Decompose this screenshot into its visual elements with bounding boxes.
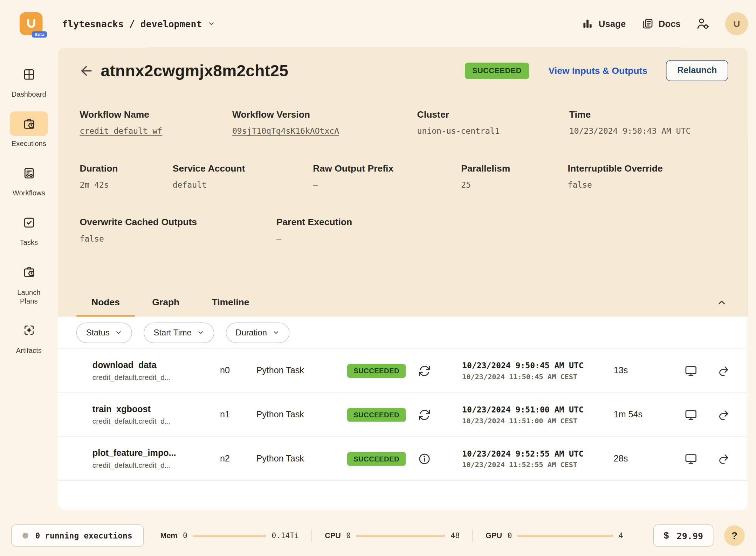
tab-bar: Nodes Graph Timeline (58, 289, 748, 317)
topbar-actions: Usage Docs U (582, 12, 748, 35)
node-time-cell: 10/23/2024 9:51:00 AM UTC 10/23/2024 11:… (462, 405, 614, 424)
node-type: Python Task (256, 410, 347, 420)
monitor-icon[interactable] (685, 364, 697, 377)
avatar[interactable]: U (725, 12, 748, 35)
node-time-local: 10/23/2024 11:51:00 AM CEST (462, 417, 614, 424)
node-time-utc: 10/23/2024 9:52:55 AM UTC (462, 449, 614, 458)
sidebar-item-workflows[interactable]: Workflows (10, 161, 48, 198)
filter-start-time[interactable]: Start Time (144, 322, 214, 343)
redo-icon[interactable] (717, 364, 730, 377)
detail-label: Duration (80, 163, 173, 174)
workflows-icon (10, 161, 48, 186)
chevron-up-icon[interactable] (716, 297, 727, 308)
docs-button[interactable]: Docs (641, 18, 681, 30)
mem-min: 0 (183, 531, 187, 540)
back-arrow-icon[interactable] (79, 63, 94, 78)
sidebar-item-dashboard[interactable]: Dashboard (10, 62, 48, 99)
gpu-max: 4 (619, 531, 623, 540)
nodes-panel: Status Start Time Duration download_data… (58, 317, 748, 481)
divider (472, 529, 473, 542)
detail-value: – (276, 234, 352, 244)
workflow-name-link[interactable]: credit_default_wf (80, 127, 232, 136)
monitor-icon[interactable] (685, 408, 697, 421)
node-time-utc: 10/23/2024 9:50:45 AM UTC (462, 361, 614, 370)
node-name-cell[interactable]: plot_feature_impo... credit_default.cred… (92, 448, 220, 469)
redo-icon[interactable] (717, 408, 730, 421)
user-gear-icon (696, 17, 710, 30)
workflow-version-link[interactable]: 09sjT10qTq4sK16kAOtxcA (232, 127, 417, 136)
node-name-cell[interactable]: train_xgboost credit_default.credit_d... (92, 404, 220, 425)
node-id: n1 (220, 410, 256, 420)
sidebar-label: Executions (12, 139, 46, 148)
tab-graph[interactable]: Graph (137, 289, 195, 317)
artifacts-icon (10, 318, 48, 342)
node-time-utc: 10/23/2024 9:51:00 AM UTC (462, 405, 614, 414)
node-id: n0 (220, 366, 256, 376)
sidebar: Dashboard Executions Workflows Tasks Lau… (0, 47, 58, 355)
avatar-initial: U (733, 18, 740, 29)
details-row: Overwrite Cached Outputs false Parent Ex… (80, 217, 728, 243)
details-row: Workflow Name credit_default_wf Workflow… (80, 110, 728, 136)
detail-label: Raw Output Prefix (313, 163, 461, 174)
divider (312, 529, 312, 542)
node-duration: 1m 54s (614, 410, 685, 420)
sidebar-item-executions[interactable]: Executions (10, 111, 48, 148)
detail-label: Parallelism (461, 163, 568, 174)
sidebar-label: Dashboard (12, 90, 46, 99)
chevron-down-icon (115, 329, 122, 336)
filter-status[interactable]: Status (76, 322, 132, 343)
detail-label: Cluster (417, 110, 569, 120)
statusbar: 0 running executions Mem 0 0.14Ti CPU 0 … (11, 524, 745, 547)
running-executions-pill[interactable]: 0 running executions (11, 524, 144, 547)
table-row[interactable]: train_xgboost credit_default.credit_d...… (58, 393, 748, 437)
node-name[interactable]: plot_feature_impo... (92, 448, 220, 458)
detail-label: Time (569, 110, 691, 120)
relaunch-button[interactable]: Relaunch (666, 60, 728, 81)
sidebar-item-artifacts[interactable]: Artifacts (10, 318, 48, 355)
status-badge: SUCCEEDED (347, 364, 406, 377)
sidebar-item-launch-plans[interactable]: Launch Plans (9, 260, 49, 305)
cost-button[interactable]: $ 29.99 (653, 524, 713, 547)
docs-label: Docs (659, 18, 681, 29)
usage-button[interactable]: Usage (582, 18, 626, 30)
execution-summary: atnnx2cwgmjx8m2cht25 SUCCEEDED View Inpu… (58, 47, 748, 317)
detail-cluster: Cluster union-us-central1 (417, 110, 569, 136)
help-button[interactable]: ? (724, 525, 745, 546)
redo-icon[interactable] (717, 452, 730, 465)
node-time-local: 10/23/2024 11:50:45 AM CEST (462, 373, 614, 380)
union-logo[interactable]: Beta (20, 12, 43, 35)
filter-label: Start Time (154, 328, 192, 338)
node-name[interactable]: train_xgboost (92, 404, 220, 414)
node-name-cell[interactable]: download_data credit_default.credit_d... (92, 360, 220, 381)
node-time-local: 10/23/2024 11:52:55 AM CEST (462, 461, 614, 468)
execution-header: atnnx2cwgmjx8m2cht25 SUCCEEDED View Inpu… (58, 47, 748, 81)
detail-value: 2m 42s (80, 180, 173, 190)
tab-timeline[interactable]: Timeline (197, 289, 264, 317)
node-filters: Status Start Time Duration (58, 317, 748, 349)
dollar-icon: $ (664, 530, 669, 541)
detail-service-account: Service Account default (173, 163, 313, 189)
tab-nodes[interactable]: Nodes (76, 289, 135, 317)
monitor-icon[interactable] (685, 452, 697, 465)
node-duration: 28s (614, 453, 685, 464)
tasks-icon (10, 210, 48, 235)
table-row[interactable]: download_data credit_default.credit_d...… (58, 349, 748, 393)
gpu-label: GPU (486, 531, 502, 540)
detail-workflow-version: Workflow Version 09sjT10qTq4sK16kAOtxcA (232, 110, 417, 136)
node-name[interactable]: download_data (92, 360, 220, 370)
filter-label: Status (86, 328, 110, 338)
user-settings-button[interactable] (696, 17, 710, 30)
view-inputs-outputs-link[interactable]: View Inputs & Outputs (549, 65, 647, 76)
mem-track (193, 534, 266, 537)
node-duration: 13s (614, 366, 685, 376)
detail-parallelism: Parallelism 25 (461, 163, 568, 189)
sidebar-label: Artifacts (16, 346, 42, 355)
table-row[interactable]: plot_feature_impo... credit_default.cred… (58, 437, 748, 481)
sidebar-label: Tasks (20, 238, 38, 247)
detail-label: Interruptible Override (568, 163, 663, 174)
detail-workflow-name: Workflow Name credit_default_wf (80, 110, 232, 136)
filter-duration[interactable]: Duration (226, 322, 289, 343)
project-breadcrumb[interactable]: flytesnacks / development (62, 18, 215, 29)
sidebar-item-tasks[interactable]: Tasks (10, 210, 48, 247)
detail-value: – (313, 180, 461, 190)
